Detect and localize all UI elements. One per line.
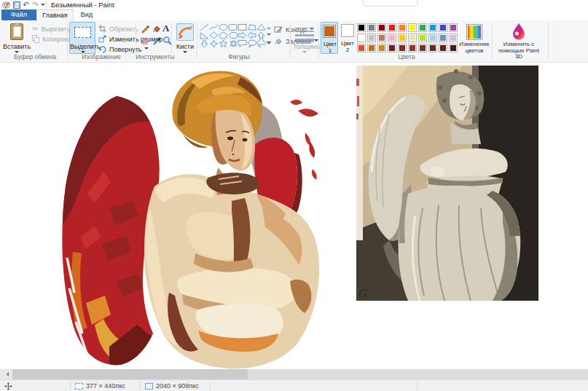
brushes-button[interactable]: Кисти <box>173 22 197 54</box>
brushes-dropdown-caret <box>183 51 187 55</box>
palette-swatch[interactable] <box>398 33 407 42</box>
palette-swatch[interactable] <box>439 44 447 52</box>
shape-right-arrow[interactable] <box>238 32 246 39</box>
palette-swatch[interactable] <box>377 33 386 42</box>
palette-swatch[interactable] <box>357 23 366 32</box>
shape-cloud-callout[interactable] <box>256 39 265 47</box>
crop-button[interactable]: Обрезать <box>98 25 138 33</box>
color-picker-tool[interactable] <box>152 36 162 46</box>
window-title: Безымянный - Paint <box>51 1 114 9</box>
shape-diamond[interactable] <box>210 32 218 39</box>
eraser-tool[interactable] <box>140 36 150 46</box>
palette-swatch[interactable] <box>449 33 458 42</box>
divider <box>46 1 47 8</box>
brush-icon <box>177 24 193 40</box>
tab-file[interactable]: Файл <box>1 9 36 20</box>
shape-down-arrow[interactable] <box>201 41 208 47</box>
scrollbar-thumb[interactable] <box>12 369 248 379</box>
shape-up-arrow[interactable] <box>258 32 264 39</box>
select-button[interactable]: Выделить <box>69 22 95 54</box>
horizontal-scrollbar[interactable] <box>0 369 588 379</box>
shape-six-point-star[interactable] <box>230 41 237 47</box>
shape-curve[interactable] <box>210 25 218 30</box>
color2-number: 2 <box>340 47 356 53</box>
shape-rounded-callout[interactable] <box>238 41 246 47</box>
size-button[interactable]: Толщина <box>293 22 316 54</box>
palette-swatch[interactable] <box>357 44 366 52</box>
palette-swatch[interactable] <box>367 44 376 52</box>
shape-rounded-rectangle[interactable] <box>229 25 237 31</box>
shapes-scroll-down-icon[interactable] <box>267 33 271 38</box>
palette-swatch[interactable] <box>439 33 447 42</box>
crop-label: Обрезать <box>109 25 138 33</box>
save-icon[interactable] <box>13 1 20 9</box>
group-divider <box>318 23 319 59</box>
ribbon: Вставить ✂ Вырезать Копировать Буфер обм… <box>0 20 588 63</box>
shape-polygon[interactable] <box>248 25 256 30</box>
palette-swatch[interactable] <box>428 23 437 32</box>
edit-colors-label: Изменение цветов <box>459 42 490 54</box>
palette-swatch[interactable] <box>367 23 376 32</box>
shape-hexagon[interactable] <box>230 33 238 39</box>
fill-bucket-icon <box>152 24 162 34</box>
palette-swatch[interactable] <box>377 44 386 52</box>
palette-swatch[interactable] <box>418 33 427 42</box>
palette-row-1 <box>357 23 458 32</box>
paste-button[interactable]: Вставить <box>3 22 31 54</box>
palette-swatch[interactable] <box>428 33 437 42</box>
shape-four-point-star[interactable] <box>211 40 218 47</box>
tab-home[interactable]: Главная <box>36 9 74 20</box>
shapes-expand-icon[interactable] <box>267 42 271 47</box>
palette-swatch[interactable] <box>357 33 366 42</box>
palette-swatch[interactable] <box>408 23 417 32</box>
shape-gallery[interactable] <box>200 23 266 48</box>
shape-line[interactable] <box>200 24 208 31</box>
outline-icon <box>274 25 283 33</box>
edit-colors-icon <box>466 24 482 40</box>
scroll-left-icon <box>4 372 9 376</box>
shape-rectangle[interactable] <box>238 25 246 31</box>
color-picker-icon <box>152 36 162 46</box>
palette-swatch[interactable] <box>388 23 396 32</box>
palette-swatch[interactable] <box>398 23 407 32</box>
palette-swatch[interactable] <box>428 44 437 52</box>
text-tool-icon: A <box>162 23 169 33</box>
edit-colors-button[interactable]: Изменение цветов <box>459 22 490 54</box>
undo-icon[interactable]: ↶ <box>23 0 29 9</box>
shape-right-triangle[interactable] <box>200 33 208 39</box>
palette-swatch[interactable] <box>377 23 386 32</box>
palette-row-2 <box>357 33 458 42</box>
shape-oval[interactable] <box>219 25 227 31</box>
palette-swatch[interactable] <box>408 44 417 52</box>
palette-swatch[interactable] <box>408 33 417 42</box>
cut-button[interactable]: ✂ Вырезать <box>32 25 70 33</box>
color2-button[interactable]: Цвет 2 <box>340 22 356 54</box>
tab-view[interactable]: Вид <box>74 9 100 20</box>
palette-swatch[interactable] <box>418 23 427 32</box>
color1-button[interactable]: Цвет 1 <box>321 22 338 54</box>
palette-swatch[interactable] <box>439 23 447 32</box>
palette-swatch[interactable] <box>449 23 458 32</box>
fill-tool[interactable] <box>152 24 162 34</box>
palette-swatch[interactable] <box>418 44 427 52</box>
group-label-shapes: Фигуры <box>219 53 259 60</box>
shape-left-arrow[interactable] <box>248 32 256 39</box>
pencil-tool[interactable] <box>140 24 150 34</box>
shapes-scroll-up-icon[interactable] <box>267 25 271 29</box>
palette-swatch[interactable] <box>388 33 396 42</box>
drawing-canvas[interactable]: G <box>0 63 588 369</box>
shape-triangle[interactable] <box>257 24 265 30</box>
palette-swatch[interactable] <box>388 44 396 52</box>
rotate-button[interactable]: Повернуть <box>98 45 149 53</box>
palette-swatch[interactable] <box>398 44 407 52</box>
palette-swatch[interactable] <box>367 33 376 42</box>
status-divider <box>70 382 71 390</box>
qat-dropdown-icon[interactable] <box>41 4 45 8</box>
shape-five-point-star[interactable] <box>220 40 227 47</box>
palette-swatch[interactable] <box>449 44 458 52</box>
shape-oval-callout[interactable] <box>248 40 256 47</box>
shape-pentagon[interactable] <box>219 32 227 39</box>
edit-with-paint3d-button[interactable]: Изменить с помощью Paint 3D <box>494 22 544 54</box>
clipboard-icon <box>10 23 23 40</box>
scroll-left-button[interactable] <box>0 369 12 379</box>
